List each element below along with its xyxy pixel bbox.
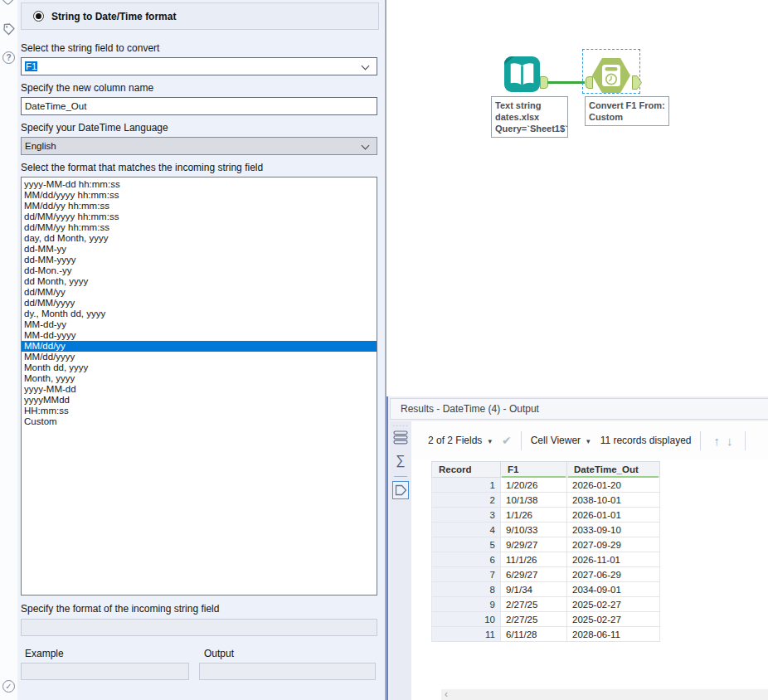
format-list-item[interactable]: HH:mm:ss xyxy=(22,406,377,416)
datetime-tool-output-anchor[interactable] xyxy=(632,75,642,90)
grid-row[interactable]: 2 10/1/38 2038-10-01 xyxy=(432,493,660,508)
format-list-item[interactable]: MM/dd/yyyy xyxy=(22,352,377,362)
grid-column-header[interactable]: Record xyxy=(432,462,501,478)
metadata-sigma-icon[interactable]: ∑ xyxy=(390,453,411,468)
datetime-out-cell[interactable]: 2028-06-11 xyxy=(567,627,660,642)
format-list-item[interactable]: Month, yyyy xyxy=(22,373,377,384)
connection-wire[interactable] xyxy=(547,81,585,84)
format-list-item[interactable]: dd-Mon.-yy xyxy=(22,265,377,276)
format-list-item[interactable]: MM/dd/yyyy hh:mm:ss xyxy=(22,190,377,201)
scroll-down-icon[interactable]: ↓ xyxy=(727,434,733,448)
datetime-out-cell[interactable]: 2038-10-01 xyxy=(567,493,660,508)
language-combobox[interactable]: English xyxy=(21,137,377,155)
grid-row[interactable]: 7 6/29/27 2027-06-29 xyxy=(432,567,660,582)
record-number-cell[interactable]: 9 xyxy=(432,597,501,612)
field-select-combobox[interactable]: F1 xyxy=(21,57,377,75)
format-list-item[interactable]: MM-dd-yy xyxy=(22,319,377,330)
column-name-input[interactable]: DateTime_Out xyxy=(21,97,377,115)
format-list-item[interactable]: MM/dd/yy hh:mm:ss xyxy=(22,201,377,211)
format-list-item[interactable]: dd/MM/yy hh:mm:ss xyxy=(22,222,377,233)
f1-cell[interactable]: 2/27/25 xyxy=(501,597,567,612)
datetime-tool-input-anchor[interactable] xyxy=(586,76,593,89)
format-list-item[interactable]: dd Month, yyyy xyxy=(22,276,377,287)
grid-column-header[interactable]: F1 xyxy=(501,462,567,478)
datetime-out-cell[interactable]: 2034-09-01 xyxy=(567,582,660,597)
format-list-item[interactable]: dd/MM/yyyy hh:mm:ss xyxy=(22,211,377,222)
record-number-cell[interactable]: 3 xyxy=(432,508,501,523)
fields-dropdown[interactable]: 2 of 2 Fields xyxy=(428,435,482,446)
apply-fields-check-icon[interactable]: ✔ xyxy=(502,434,512,447)
datetime-out-cell[interactable]: 2025-02-27 xyxy=(567,612,660,627)
scroll-left-icon[interactable]: ‹ xyxy=(445,688,448,700)
format-list-item[interactable]: day, dd Month, yyyy xyxy=(22,233,377,244)
datetime-out-cell[interactable]: 2026-01-20 xyxy=(567,478,660,493)
datetime-out-cell[interactable]: 2027-06-29 xyxy=(567,567,660,582)
datetime-out-cell[interactable]: 2026-01-01 xyxy=(567,508,660,523)
grid-row[interactable]: 5 9/29/27 2027-09-29 xyxy=(432,537,660,552)
f1-cell[interactable]: 11/1/26 xyxy=(501,552,567,567)
format-list-item[interactable]: MM-dd-yyyy xyxy=(22,330,377,341)
apply-check-icon[interactable]: ✓ xyxy=(2,680,15,693)
data-rows-icon[interactable] xyxy=(393,430,408,445)
f1-cell[interactable]: 10/1/38 xyxy=(501,493,567,508)
workflow-canvas[interactable]: Text string dates.xlsx Query=`Sheet1$` C… xyxy=(386,0,768,396)
f1-cell[interactable]: 2/27/25 xyxy=(501,612,567,627)
format-list-item[interactable]: yyyy-MM-dd xyxy=(22,384,377,395)
cell-viewer-dropdown[interactable]: Cell Viewer xyxy=(531,435,581,446)
format-list-item[interactable]: MM/dd/yy xyxy=(22,341,377,352)
f1-cell[interactable]: 9/29/27 xyxy=(501,537,567,552)
record-number-cell[interactable]: 1 xyxy=(432,478,501,493)
grid-column-header[interactable]: DateTime_Out xyxy=(567,462,660,478)
grid-row[interactable]: 11 6/11/28 2028-06-11 xyxy=(432,627,660,642)
f1-cell[interactable]: 9/1/34 xyxy=(501,582,567,597)
record-number-cell[interactable]: 2 xyxy=(432,493,501,508)
grid-row[interactable]: 1 1/20/26 2026-01-20 xyxy=(432,478,660,493)
input-tool-annotation[interactable]: Text string dates.xlsx Query=`Sheet1$` xyxy=(491,96,568,138)
f1-cell[interactable]: 6/29/27 xyxy=(501,567,567,582)
format-list-item[interactable]: dd/MM/yyyy xyxy=(22,298,377,309)
grid-row[interactable]: 6 11/1/26 2026-11-01 xyxy=(432,552,660,567)
drag-handle-icon[interactable]: ····· xyxy=(390,422,411,429)
horizontal-scrollbar[interactable]: ‹ xyxy=(441,689,768,700)
string-to-datetime-radio-group[interactable]: String to Date/Time format xyxy=(21,2,379,30)
f1-cell[interactable]: 6/11/28 xyxy=(501,627,567,642)
format-list-item[interactable]: Month dd, yyyy xyxy=(22,362,377,373)
tag-icon[interactable] xyxy=(2,22,16,36)
datetime-out-cell[interactable]: 2027-09-29 xyxy=(567,537,660,552)
datetime-out-cell[interactable]: 2026-11-01 xyxy=(567,552,660,567)
format-list-item[interactable]: dd-MM-yyyy xyxy=(22,255,377,265)
grid-row[interactable]: 4 9/10/33 2033-09-10 xyxy=(432,523,660,537)
grid-row[interactable]: 9 2/27/25 2025-02-27 xyxy=(432,597,660,612)
format-list-item[interactable]: dd/MM/yy xyxy=(22,287,377,298)
format-list-item[interactable]: Custom xyxy=(22,416,377,427)
format-list-item[interactable]: yyyy-MM-dd hh:mm:ss xyxy=(22,179,377,190)
format-list-item[interactable]: dy., Month dd, yyyy xyxy=(22,309,377,319)
caret-down-icon[interactable]: ▾ xyxy=(488,437,492,445)
record-number-cell[interactable]: 8 xyxy=(432,582,501,597)
input-data-tool-icon[interactable] xyxy=(504,56,540,92)
format-list-item[interactable]: yyyyMMdd xyxy=(22,395,377,406)
record-number-cell[interactable]: 10 xyxy=(432,612,501,627)
radio-button-selected[interactable] xyxy=(33,11,44,22)
partial-tool-icon[interactable] xyxy=(0,0,15,6)
grid-row[interactable]: 3 1/1/26 2026-01-01 xyxy=(432,508,660,523)
grid-row[interactable]: 10 2/27/25 2025-02-27 xyxy=(432,612,660,627)
output-anchor-tab-selected[interactable] xyxy=(392,481,409,499)
datetime-out-cell[interactable]: 2025-02-27 xyxy=(567,597,660,612)
record-number-cell[interactable]: 5 xyxy=(432,537,501,552)
datetime-out-cell[interactable]: 2033-09-10 xyxy=(567,523,660,537)
help-icon[interactable]: ? xyxy=(2,51,15,64)
format-listbox[interactable]: yyyy-MM-dd hh:mm:ss MM/dd/yyyy hh:mm:ss … xyxy=(21,177,377,595)
f1-cell[interactable]: 1/20/26 xyxy=(501,478,567,493)
record-number-cell[interactable]: 6 xyxy=(432,552,501,567)
caret-down-icon[interactable]: ▾ xyxy=(586,437,591,445)
record-number-cell[interactable]: 4 xyxy=(432,523,501,537)
record-number-cell[interactable]: 11 xyxy=(432,627,501,642)
f1-cell[interactable]: 1/1/26 xyxy=(501,508,567,523)
grid-row[interactable]: 8 9/1/34 2034-09-01 xyxy=(432,582,660,597)
datetime-tool-annotation[interactable]: Convert F1 From: Custom xyxy=(585,96,669,126)
f1-cell[interactable]: 9/10/33 xyxy=(501,523,567,537)
scroll-up-icon[interactable]: ↑ xyxy=(713,434,720,448)
record-number-cell[interactable]: 7 xyxy=(432,567,501,582)
format-list-item[interactable]: dd-MM-yy xyxy=(22,244,377,255)
